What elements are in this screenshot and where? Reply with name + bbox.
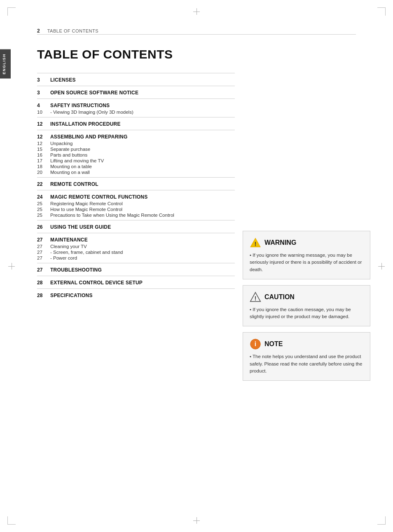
toc-sub-num: 12 — [37, 141, 46, 146]
toc-label: LICENSES — [50, 77, 76, 83]
toc-sub-entry: 27 - Power cord — [37, 255, 235, 261]
toc-sub-entry: 12 Unpacking — [37, 141, 235, 146]
toc-main-entry: 28 SPECIFICATIONS — [37, 292, 235, 299]
toc-section-external-control: 28 EXTERNAL CONTROL DEVICE SETUP — [37, 276, 235, 288]
corner-mark-bl — [7, 516, 16, 525]
toc-sub-num: 27 — [37, 244, 46, 249]
toc-section-specifications: 28 SPECIFICATIONS — [37, 288, 235, 301]
toc-sub-label: Lifting and moving the TV — [50, 158, 104, 163]
toc-sub-num: 25 — [37, 207, 46, 212]
toc-sub-entry: 17 Lifting and moving the TV — [37, 158, 235, 164]
note-title: i NOTE — [250, 338, 363, 350]
toc-section-user-guide: 26 USING THE USER GUIDE — [37, 220, 235, 233]
toc-section-licenses: 3 LICENSES — [37, 73, 235, 86]
toc-main-entry: 12 ASSEMBLING AND PREPARING — [37, 133, 235, 141]
toc-sub-entry: 20 Mounting on a wall — [37, 169, 235, 175]
corner-mark-tr — [377, 7, 386, 16]
toc-section-remote-control: 22 REMOTE CONTROL — [37, 177, 235, 190]
warning-title-text: WARNING — [264, 239, 296, 246]
svg-text:!: ! — [255, 295, 257, 302]
toc-label: SPECIFICATIONS — [50, 293, 93, 298]
toc-main-entry: 3 LICENSES — [37, 76, 235, 84]
toc-main-entry: 12 INSTALLATION PROCEDURE — [37, 120, 235, 128]
toc-num: 28 — [37, 280, 46, 286]
toc-section-troubleshooting: 27 TROUBLESHOOTING — [37, 263, 235, 276]
toc-sub-label: - Screen, frame, cabinet and stand — [50, 250, 123, 255]
toc-sub-label: Unpacking — [50, 141, 73, 146]
toc-sub-label: Registering Magic Remote Control — [50, 201, 123, 206]
cross-right — [378, 263, 385, 270]
toc-label: EXTERNAL CONTROL DEVICE SETUP — [50, 280, 143, 286]
toc-main-entry: 22 REMOTE CONTROL — [37, 180, 235, 188]
toc-sub-label: Mounting on a wall — [50, 170, 90, 175]
note-title-text: NOTE — [264, 340, 283, 348]
cross-top — [193, 8, 200, 15]
page-header-line — [37, 34, 356, 35]
toc-num: 28 — [37, 293, 46, 298]
toc-sub-num: 16 — [37, 152, 46, 157]
note-text: The note helps you understand and use th… — [250, 353, 363, 375]
toc-sub-entry: 25 Registering Magic Remote Control — [37, 201, 235, 206]
caution-title: ! CAUTION — [250, 291, 363, 303]
toc-label: USING THE USER GUIDE — [50, 224, 111, 230]
toc-main-entry: 28 EXTERNAL CONTROL DEVICE SETUP — [37, 279, 235, 286]
toc-sub-num: 10 — [37, 110, 46, 115]
toc-label: MAINTENANCE — [50, 237, 88, 243]
toc-main-entry: 3 OPEN SOURCE SOFTWARE NOTICE — [37, 89, 235, 96]
toc-main-entry: 4 SAFETY INSTRUCTIONS — [37, 102, 235, 109]
caution-box: ! CAUTION If you ignore the caution mess… — [243, 285, 370, 327]
toc-num: 26 — [37, 224, 46, 230]
toc-label: TROUBLESHOOTING — [50, 267, 102, 273]
toc-label: OPEN SOURCE SOFTWARE NOTICE — [50, 90, 138, 96]
warning-icon: ! — [250, 237, 261, 248]
toc-num: 4 — [37, 103, 46, 108]
page: 2 TABLE OF CONTENTS ENGLISH TABLE OF CON… — [0, 0, 393, 532]
toc-sub-num: 25 — [37, 213, 46, 218]
toc-main-entry: 27 MAINTENANCE — [37, 236, 235, 244]
toc-sub-entry: 16 Parts and buttons — [37, 152, 235, 158]
caution-icon: ! — [250, 291, 261, 303]
toc-label: MAGIC REMOTE CONTROL FUNCTIONS — [50, 194, 147, 200]
toc-sub-label: Cleaning your TV — [50, 244, 87, 249]
right-panel: ! WARNING If you ignore the warning mess… — [243, 231, 370, 387]
toc-sub-label: Separate purchase — [50, 147, 90, 152]
toc-sub-num: 25 — [37, 201, 46, 206]
toc-num: 22 — [37, 181, 46, 187]
toc-sub-num: 15 — [37, 147, 46, 152]
toc-sub-label: Mounting on a table — [50, 164, 92, 169]
corner-mark-tl — [7, 7, 16, 16]
toc-sub-num: 18 — [37, 164, 46, 169]
caution-title-text: CAUTION — [264, 293, 295, 301]
svg-text:i: i — [255, 341, 256, 348]
toc-num: 12 — [37, 134, 46, 140]
toc-sub-entry: 18 Mounting on a table — [37, 164, 235, 169]
toc-sub-label: - Viewing 3D Imaging (Only 3D models) — [50, 110, 133, 115]
toc-section-installation: 12 INSTALLATION PROCEDURE — [37, 117, 235, 130]
toc-section-maintenance: 27 MAINTENANCE 27 Cleaning your TV 27 - … — [37, 233, 235, 263]
toc-sub-num: 20 — [37, 170, 46, 175]
toc-sub-entry: 25 Precautions to Take when Using the Ma… — [37, 212, 235, 218]
toc-content: TABLE OF CONTENTS 3 LICENSES 3 OPEN SOUR… — [37, 39, 235, 301]
svg-text:!: ! — [255, 241, 257, 247]
caution-text: If you ignore the caution message, you m… — [250, 306, 363, 321]
toc-section-magic-remote: 24 MAGIC REMOTE CONTROL FUNCTIONS 25 Reg… — [37, 190, 235, 220]
toc-sub-entry: 25 How to use Magic Remote Control — [37, 206, 235, 212]
toc-main-entry: 26 USING THE USER GUIDE — [37, 223, 235, 231]
warning-box: ! WARNING If you ignore the warning mess… — [243, 231, 370, 279]
toc-section-open-source: 3 OPEN SOURCE SOFTWARE NOTICE — [37, 86, 235, 98]
toc-section-safety: 4 SAFETY INSTRUCTIONS 10 - Viewing 3D Im… — [37, 98, 235, 117]
toc-sub-label: Precautions to Take when Using the Magic… — [50, 213, 174, 218]
toc-sub-entry: 27 Cleaning your TV — [37, 244, 235, 249]
toc-num: 27 — [37, 237, 46, 243]
toc-section-assembling: 12 ASSEMBLING AND PREPARING 12 Unpacking… — [37, 130, 235, 177]
toc-num: 3 — [37, 90, 46, 96]
note-box: i NOTE The note helps you understand and… — [243, 332, 370, 381]
page-number: 2 — [37, 28, 40, 34]
toc-title: TABLE OF CONTENTS — [37, 47, 235, 61]
toc-sub-num: 27 — [37, 255, 46, 260]
toc-sub-label: Parts and buttons — [50, 152, 87, 157]
toc-label: ASSEMBLING AND PREPARING — [50, 134, 127, 140]
toc-num: 12 — [37, 121, 46, 127]
note-icon: i — [250, 338, 261, 350]
page-header-text: TABLE OF CONTENTS — [47, 28, 98, 33]
